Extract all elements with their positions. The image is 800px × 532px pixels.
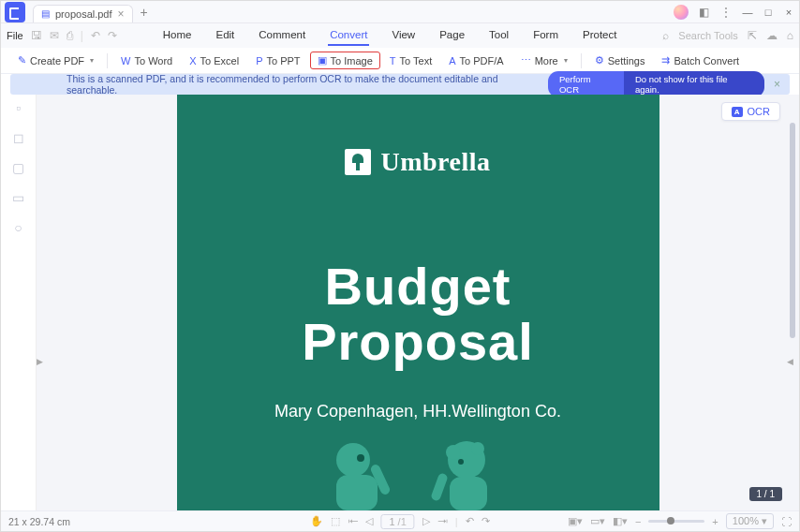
maximize-button[interactable]: □ <box>758 5 778 20</box>
hand-tool-icon[interactable]: ✋ <box>310 515 323 527</box>
bookmarks-icon[interactable]: ◻ <box>13 130 24 145</box>
prev-page-icon[interactable]: ◁ <box>365 515 373 527</box>
image-icon: ▣ <box>318 54 327 66</box>
batch-icon: ⇉ <box>661 54 670 66</box>
app-logo-icon <box>5 2 25 22</box>
menu-tool[interactable]: Tool <box>487 25 511 46</box>
more-button[interactable]: ⋯More▾ <box>513 52 575 69</box>
close-window-button[interactable]: × <box>778 5 799 20</box>
illustration <box>177 436 659 510</box>
excel-icon: X <box>189 55 196 66</box>
search-placeholder[interactable]: Search Tools <box>678 30 737 41</box>
document-tab[interactable]: ▤ proposal.pdf × <box>33 5 133 22</box>
ppt-icon: P <box>256 55 262 66</box>
expand-right-icon[interactable]: ◀ <box>787 357 793 366</box>
pdf-icon: ▤ <box>41 8 50 19</box>
svg-point-5 <box>446 445 461 460</box>
tab-filename: proposal.pdf <box>55 8 112 20</box>
create-pdf-icon: ✎ <box>18 54 26 66</box>
to-excel-button[interactable]: XTo Excel <box>182 52 246 69</box>
kebab-icon[interactable]: ⋮ <box>718 4 734 21</box>
batch-convert-button[interactable]: ⇉Batch Convert <box>654 52 747 69</box>
zoom-out-icon[interactable]: − <box>635 516 641 527</box>
separator <box>581 53 582 68</box>
svg-point-6 <box>471 442 484 455</box>
ocr-badge-icon: A <box>732 107 743 117</box>
text-icon: T <box>390 55 396 66</box>
next-page-icon[interactable]: ▷ <box>422 515 430 527</box>
nav-sep: | <box>455 516 458 527</box>
page-indicator-badge: 1 / 1 <box>749 487 782 501</box>
svg-rect-2 <box>336 475 378 510</box>
pdfa-icon: A <box>449 55 455 66</box>
to-ppt-button[interactable]: PTo PPT <box>248 52 307 69</box>
thumbnails-icon[interactable]: ▫ <box>16 100 21 115</box>
svg-point-1 <box>357 454 364 462</box>
qat-separator: | <box>81 29 83 42</box>
attachments-icon[interactable]: ▭ <box>12 190 24 205</box>
notice-text: This is a scanned PDF, and it is recomme… <box>67 73 548 96</box>
ocr-floating-button[interactable]: A OCR <box>721 102 780 121</box>
gear-icon: ⚙ <box>595 54 604 66</box>
comments-icon[interactable]: ▢ <box>12 160 24 175</box>
fit-mode-icon[interactable]: ▣▾ <box>568 515 583 527</box>
avatar-icon[interactable] <box>673 4 689 21</box>
select-tool-icon[interactable]: ⬚ <box>331 515 340 527</box>
to-pdfa-button[interactable]: ATo PDF/A <box>441 52 511 69</box>
menu-comment[interactable]: Comment <box>257 25 307 46</box>
notify-icon[interactable]: ◧ <box>695 4 712 21</box>
page-number-input[interactable]: 1 /1 <box>380 514 414 529</box>
dismiss-notice-button[interactable]: Do not show for this file again. <box>624 71 764 97</box>
zoom-slider[interactable] <box>648 520 704 523</box>
separator <box>107 53 108 68</box>
close-tab-icon[interactable]: × <box>118 7 125 21</box>
print-icon[interactable]: ⎙ <box>67 29 73 42</box>
cloud-icon[interactable]: ☁ <box>766 29 778 42</box>
save-icon[interactable]: 🖫 <box>31 29 42 42</box>
svg-rect-9 <box>430 472 449 502</box>
menu-convert[interactable]: Convert <box>328 25 369 46</box>
more-icon: ⋯ <box>521 54 531 66</box>
settings-button[interactable]: ⚙Settings <box>587 52 653 69</box>
share-icon[interactable]: ⇱ <box>748 29 757 42</box>
to-word-button[interactable]: WTo Word <box>113 52 180 69</box>
document-page: Umbrella BudgetProposal Mary Copenhagen,… <box>177 95 659 510</box>
menu-protect[interactable]: Protect <box>581 25 618 46</box>
search-icon[interactable]: ⌕ <box>662 29 669 42</box>
menu-edit[interactable]: Edit <box>214 25 236 46</box>
menu-form[interactable]: Form <box>531 25 560 46</box>
new-tab-button[interactable]: + <box>141 5 148 20</box>
document-subtitle: Mary Copenhagen, HH.Wellington Co. <box>177 402 659 421</box>
to-text-button[interactable]: TTo Text <box>382 52 439 69</box>
document-title: BudgetProposal <box>177 259 659 370</box>
undo-icon[interactable]: ↶ <box>91 29 100 42</box>
zoom-in-icon[interactable]: + <box>712 516 718 527</box>
menu-page[interactable]: Page <box>437 25 467 46</box>
minimize-button[interactable]: — <box>737 5 758 20</box>
menu-view[interactable]: View <box>390 25 417 46</box>
rotate-right-icon[interactable]: ↷ <box>481 515 490 527</box>
home-icon[interactable]: ⌂ <box>787 29 793 42</box>
last-page-icon[interactable]: ⭲ <box>437 516 448 527</box>
close-notice-icon[interactable]: × <box>774 78 780 91</box>
to-image-button[interactable]: ▣To Image <box>310 52 380 69</box>
read-mode-icon[interactable]: ◧▾ <box>613 515 628 527</box>
rotate-left-icon[interactable]: ↶ <box>466 515 474 527</box>
chat-icon[interactable]: ○ <box>14 220 22 235</box>
perform-ocr-button[interactable]: Perform OCR <box>548 71 624 97</box>
ocr-notice-bar: This is a scanned PDF, and it is recomme… <box>10 74 790 95</box>
view-mode-icon[interactable]: ▭▾ <box>590 515 605 527</box>
svg-rect-8 <box>450 477 487 510</box>
brand-name: Umbrella <box>380 147 490 177</box>
create-pdf-button[interactable]: ✎Create PDF▾ <box>10 52 101 69</box>
fullscreen-icon[interactable]: ⛶ <box>781 516 792 527</box>
mail-icon[interactable]: ✉ <box>50 29 59 42</box>
word-icon: W <box>121 55 130 66</box>
redo-icon[interactable]: ↷ <box>108 29 117 42</box>
vertical-scrollbar[interactable] <box>790 123 795 338</box>
first-page-icon[interactable]: ⭰ <box>348 516 358 527</box>
zoom-level[interactable]: 100% ▾ <box>726 513 774 529</box>
menu-home[interactable]: Home <box>161 25 194 46</box>
file-menu[interactable]: File <box>7 30 23 41</box>
page-dimensions: 21 x 29.74 cm <box>8 516 70 527</box>
